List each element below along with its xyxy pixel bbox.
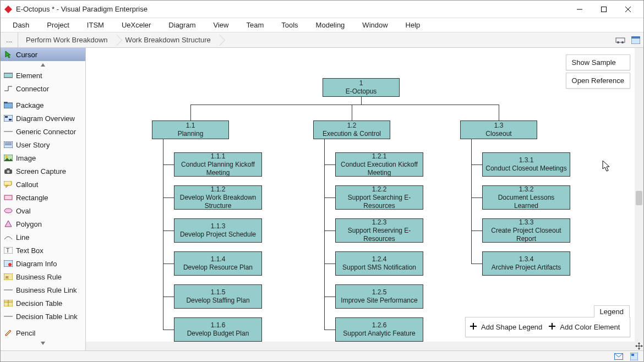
palette-item-label: Connector xyxy=(16,85,49,93)
wbs-child-1.1.5[interactable]: 1.1.5Develop Staffing Plan xyxy=(174,284,262,309)
vertical-scrollbar[interactable] xyxy=(635,48,643,342)
wbs-edge xyxy=(471,231,482,231)
breadcrumb-root[interactable]: ... xyxy=(1,32,18,48)
menu-team[interactable]: Team xyxy=(238,19,271,31)
wbs-child-1.2.4[interactable]: 1.2.4Support SMS Notification xyxy=(335,251,423,276)
add-color-element-button[interactable]: Add Color Element xyxy=(549,323,620,331)
palette-item-label: Line xyxy=(16,233,30,242)
wbs-node-label: E-Octopus xyxy=(346,87,377,96)
diagram-canvas[interactable]: Show Sample Open Reference Legend Add Sh… xyxy=(86,48,635,342)
palette-item-label: Rectangle xyxy=(16,194,48,202)
menu-window[interactable]: Window xyxy=(354,19,395,31)
wbs-child-1.2.1[interactable]: 1.2.1Conduct Execution Kickoff Meeting xyxy=(335,152,423,177)
svg-point-20 xyxy=(6,156,8,158)
palette-rectangle[interactable]: Rectangle xyxy=(1,191,85,204)
svg-rect-14 xyxy=(9,119,12,120)
palette-oval[interactable]: Oval xyxy=(1,204,85,217)
wbs-child-1.1.2[interactable]: 1.1.2Develop Work Breakdown Structure xyxy=(174,185,262,210)
wbs-edge xyxy=(163,231,174,231)
move-canvas-icon[interactable] xyxy=(635,342,643,350)
wbs-child-1.3.3[interactable]: 1.3.3Create Project Closeout Report xyxy=(482,218,570,243)
window-close-button[interactable] xyxy=(616,1,640,18)
breadcrumb-item-1[interactable]: Work Breakdown Structure xyxy=(118,32,221,48)
palette-diagram-overview[interactable]: Diagram Overview xyxy=(1,112,85,125)
menu-itsm[interactable]: ITSM xyxy=(79,19,112,31)
menu-dash[interactable]: Dash xyxy=(5,19,37,31)
menu-view[interactable]: View xyxy=(205,19,236,31)
palette-image[interactable]: Image xyxy=(1,151,85,164)
toolbar-zoom-icon[interactable] xyxy=(613,32,628,48)
palette-business-rule[interactable]: RBusiness Rule xyxy=(1,270,85,283)
menu-tools[interactable]: Tools xyxy=(274,19,305,31)
legend-panel[interactable]: Legend Add Shape Legend Add Color Elemen… xyxy=(465,317,630,337)
palette-package[interactable]: Package xyxy=(1,98,85,112)
wbs-node-label: Document Lessons Learned xyxy=(485,194,567,210)
palette-business-rule-link[interactable]: Business Rule Link xyxy=(1,283,85,297)
tasks-icon[interactable] xyxy=(629,352,639,361)
wbs-node-label: Archive Project Artifacts xyxy=(492,264,561,272)
palette-pencil[interactable]: Pencil xyxy=(1,326,85,339)
wbs-edge xyxy=(163,330,174,330)
scrollbar-thumb[interactable] xyxy=(636,191,642,205)
palette-text-box[interactable]: TText Box xyxy=(1,244,85,257)
wbs-child-1.1.4[interactable]: 1.1.4Develop Resource Plan xyxy=(174,251,262,276)
window-maximize-button[interactable] xyxy=(592,1,616,18)
mail-icon[interactable] xyxy=(614,352,624,361)
cursor-icon xyxy=(4,51,13,58)
wbs-child-1.3.4[interactable]: 1.3.4Archive Project Artifacts xyxy=(482,251,570,276)
palette-decision-table[interactable]: Decision Table xyxy=(1,297,85,310)
palette-item-label: User Story xyxy=(16,141,50,149)
palette-callout[interactable]: Callout xyxy=(1,178,85,191)
wbs-child-1.2.6[interactable]: 1.2.6Support Analytic Feature xyxy=(335,317,423,342)
breadcrumb-item-0[interactable]: Perform Work Breakdown xyxy=(18,32,118,48)
palette-connector[interactable]: Connector xyxy=(1,82,85,95)
wbs-branch-1.3[interactable]: 1.3Closeout xyxy=(460,120,537,139)
tool-palette: CursorElementConnectorPackageDiagram Ove… xyxy=(1,48,86,350)
wbs-child-1.1.3[interactable]: 1.1.3Develop Project Schedule xyxy=(174,218,262,243)
generic-connector-icon xyxy=(4,128,13,135)
menu-uexceler[interactable]: UeXceler xyxy=(114,19,159,31)
palette-generic-connector[interactable]: Generic Connector xyxy=(1,125,85,138)
menu-modeling[interactable]: Modeling xyxy=(308,19,353,31)
wbs-root[interactable]: 1E-Octopus xyxy=(323,78,400,97)
legend-tab[interactable]: Legend xyxy=(594,305,630,317)
palette-screen-capture[interactable]: Screen Capture xyxy=(1,164,85,178)
wbs-edge xyxy=(324,297,335,297)
wbs-branch-1.1[interactable]: 1.1Planning xyxy=(152,120,229,139)
window-title: E-Octopus * - Visual Paradigm Enterprise xyxy=(16,5,567,13)
palette-decision-table-link[interactable]: Decision Table Link xyxy=(1,310,85,323)
window-minimize-button[interactable] xyxy=(567,1,592,18)
palette-cursor[interactable]: Cursor xyxy=(1,48,85,61)
wbs-child-1.2.2[interactable]: 1.2.2Support Searching E-Resources xyxy=(335,185,423,210)
wbs-child-1.1.1[interactable]: 1.1.1Conduct Planning Kickoff Meeting xyxy=(174,152,262,177)
menu-project[interactable]: Project xyxy=(39,19,77,31)
mouse-cursor-icon xyxy=(602,160,611,172)
palette-line[interactable]: Line xyxy=(1,231,85,244)
palette-scroll-up-icon[interactable] xyxy=(1,61,85,69)
wbs-branch-1.2[interactable]: 1.2Execution & Control xyxy=(313,120,390,139)
horizontal-scrollbar[interactable] xyxy=(86,342,643,350)
wbs-child-1.3.2[interactable]: 1.3.2Document Lessons Learned xyxy=(482,185,570,210)
wbs-child-1.3.1[interactable]: 1.3.1Conduct Closeout Meetings xyxy=(482,152,570,177)
wbs-node-id: 1.2.1 xyxy=(372,152,387,161)
wbs-node-id: 1.1.6 xyxy=(211,321,226,330)
toolbar-panel-icon[interactable] xyxy=(628,32,643,48)
palette-polygon[interactable]: Polygon xyxy=(1,217,85,231)
menu-help[interactable]: Help xyxy=(398,19,428,31)
palette-diagram-info[interactable]: Diagram Info xyxy=(1,257,85,270)
svg-point-23 xyxy=(7,171,10,173)
wbs-child-1.2.5[interactable]: 1.2.5Improve Site Performance xyxy=(335,284,423,309)
add-shape-legend-button[interactable]: Add Shape Legend xyxy=(470,323,542,331)
svg-rect-30 xyxy=(4,260,13,267)
palette-user-story[interactable]: User Story xyxy=(1,138,85,151)
palette-scroll-down-icon[interactable] xyxy=(1,339,85,347)
show-sample-button[interactable]: Show Sample xyxy=(566,54,630,70)
menu-diagram[interactable]: Diagram xyxy=(161,19,203,31)
wbs-child-1.1.6[interactable]: 1.1.6Develop Budget Plan xyxy=(174,317,262,342)
wbs-child-1.2.3[interactable]: 1.2.3Support Reserving E-Resources xyxy=(335,218,423,243)
svg-rect-9 xyxy=(631,36,640,39)
palette-element[interactable]: Element xyxy=(1,69,85,82)
wbs-edge xyxy=(361,97,362,105)
open-reference-button[interactable]: Open Reference xyxy=(566,73,630,89)
breadcrumb-label: Perform Work Breakdown xyxy=(26,36,108,44)
